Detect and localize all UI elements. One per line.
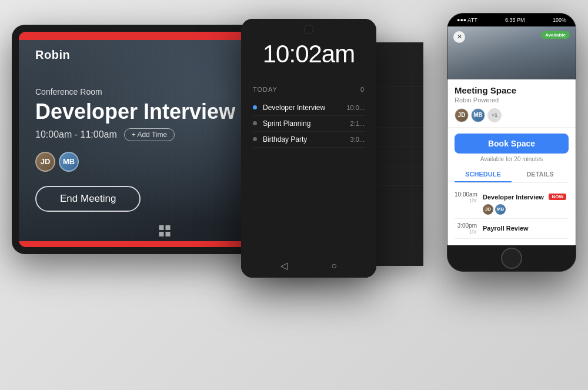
android-today-label: TODAY 0 [253,86,365,93]
iphone-time: 6:35 PM [505,17,525,23]
schedule-time-2: 3:00pm 1hr [455,222,477,235]
android-today-section: TODAY 0 Developer Interview 10:0... Spri… [241,80,376,154]
schedule-time-1: 10:00am 1hr [455,191,477,215]
avatar-2: MB [59,152,79,172]
android-meeting-2[interactable]: Sprint Planning 2:1... [253,116,365,132]
add-time-button[interactable]: + Add Time [124,128,175,141]
android-back-button[interactable]: ◁ [280,260,288,271]
attendee-avatars: JD MB [35,152,235,172]
end-meeting-button[interactable]: End Meeting [35,186,141,212]
schedule-item-1[interactable]: 10:00am 1hr Developer Interview NOW JD M… [455,188,569,219]
android-clock: 10:02am [253,40,365,68]
android-meeting-name-1: Developer Interview [263,104,340,112]
iphone-avatar-2: MB [471,108,485,122]
android-meeting-time-1: 10:0... [346,104,365,111]
iphone-status-bar: ●●● ATT 6:35 PM 100% [447,14,576,26]
tab-schedule[interactable]: SCHEDULE [455,167,512,182]
robin-logo: Robin [35,48,70,62]
android-meeting-name-2: Sprint Planning [263,119,345,128]
iphone-avatar-1: JD [455,108,469,122]
grid-cell-3 [159,232,164,236]
close-button[interactable]: ✕ [453,31,465,43]
android-phone: 10:02am TODAY 0 Developer Interview 10:0… [241,19,376,278]
android-dot-gray-1 [253,121,257,125]
android-meeting-time-2: 2:1... [350,120,365,127]
time-row: 10:00am - 11:00am + Add Time [35,128,235,141]
iphone-screen: ✕ Available Meeting Space Robin Powered … [447,26,576,245]
iphone-battery: 100% [553,17,566,23]
iphone-bottom-bar [447,245,576,271]
schedule-item-2[interactable]: 3:00pm 1hr Payroll Review [455,219,569,239]
event-name-1: Developer Interview [483,194,544,201]
schedule-event-1: Developer Interview NOW JD MB [483,191,566,215]
devices-container: Robin Conference Room Developer Intervie… [12,13,576,378]
android-dot-blue [253,105,257,109]
android-nav: ◁ ○ [241,254,376,278]
avatar-1: JD [35,152,55,172]
android-meeting-time-3: 3:0... [350,136,365,143]
iphone-carrier: ●●● ATT [457,17,477,23]
iphone-room-image: ✕ Available [447,26,576,79]
available-time-text: Available for 20 minutes [447,156,576,162]
event-name-2: Payroll Review [483,225,529,232]
grid-cell-4 [166,232,171,236]
android-camera [304,25,313,34]
schedule-event-2: Payroll Review [483,222,529,235]
android-meeting-name-3: Birthday Party [263,135,345,144]
android-home-button[interactable]: ○ [331,261,337,271]
tablet-content: Conference Room Developer Interview 10:0… [35,87,235,212]
grid-icon [159,225,171,236]
android-screen: 10:02am TODAY 0 Developer Interview 10:0… [241,19,376,278]
grid-cell-1 [159,225,164,230]
iphone-device: ●●● ATT 6:35 PM 100% ✕ Available Meeting… [447,13,576,272]
book-space-button[interactable]: Book Space [455,134,569,154]
meeting-time: 10:00am - 11:00am [35,129,117,140]
tab-details[interactable]: DETAILS [512,167,569,182]
room-label: Conference Room [35,87,235,96]
sched-avatar-1: JD [483,204,493,215]
iphone-avatar-plus: +1 [487,108,502,122]
iphone-room-sub: Robin Powered [455,96,569,104]
iphone-room-info: Meeting Space Robin Powered JD MB +1 [447,79,576,128]
iphone-home-button[interactable] [501,248,522,269]
available-badge: Available [541,31,570,39]
iphone-tabs: SCHEDULE DETAILS [455,167,569,183]
now-badge: NOW [549,194,566,200]
android-meeting-1[interactable]: Developer Interview 10:0... [253,100,365,116]
iphone-room-avatars: JD MB +1 [455,108,569,122]
meeting-title: Developer Interview [35,100,235,124]
schedule-avatars: JD MB [483,204,566,215]
android-meeting-3[interactable]: Birthday Party 3:0... [253,132,365,148]
iphone-room-name: Meeting Space [455,85,569,95]
android-dot-gray-2 [253,137,257,141]
iphone-schedule: 10:00am 1hr Developer Interview NOW JD M… [447,183,576,244]
grid-cell-2 [166,225,171,230]
sched-avatar-2: MB [495,204,506,215]
